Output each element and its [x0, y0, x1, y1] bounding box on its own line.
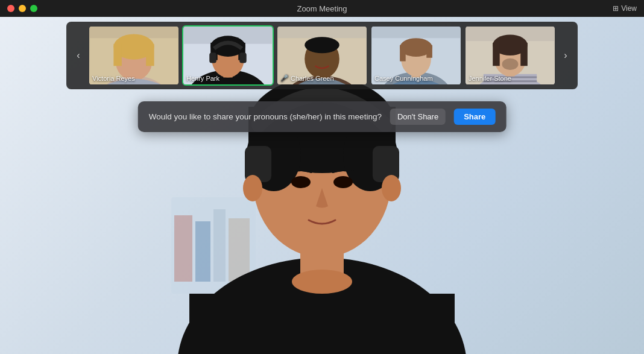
pronoun-question-text: Would you like to share your pronouns (s… [149, 112, 382, 121]
close-button[interactable] [7, 5, 14, 12]
pronoun-banner: Would you like to share your pronouns (s… [138, 101, 507, 132]
svg-point-8 [292, 270, 352, 294]
participant-thumbnail-jennifer[interactable]: Jennifer Stone [464, 25, 556, 86]
svg-rect-2 [195, 221, 210, 282]
participant-name-henry: Henry Park [186, 75, 219, 82]
grid-icon: ⊞ [613, 4, 619, 13]
prev-participant-button[interactable]: ‹ [71, 48, 86, 63]
svg-point-17 [333, 176, 353, 188]
participant-name-victoria: Victoria Reyes [92, 75, 135, 82]
svg-rect-4 [229, 218, 250, 282]
svg-rect-1 [174, 215, 192, 282]
participant-thumbnail-henry[interactable]: Henry Park [182, 25, 274, 86]
right-arrow-icon: › [564, 50, 567, 61]
view-button[interactable]: ⊞ View [613, 4, 637, 13]
thumbnail-strip: ‹ Victoria Reyes [66, 22, 578, 89]
participant-name-jennifer: Jennifer Stone [469, 75, 511, 82]
minimize-button[interactable] [19, 5, 26, 12]
svg-rect-3 [213, 209, 226, 282]
svg-rect-26 [113, 44, 121, 66]
window-controls [7, 5, 37, 12]
svg-point-18 [243, 175, 262, 201]
left-arrow-icon: ‹ [77, 50, 80, 61]
svg-rect-36 [209, 52, 216, 63]
maximize-button[interactable] [30, 5, 37, 12]
next-participant-button[interactable]: › [558, 48, 573, 63]
muted-mic-icon: 🎤 [280, 74, 289, 82]
svg-point-43 [305, 37, 339, 53]
svg-rect-61 [493, 43, 500, 66]
participant-name-casey: Casey Cunningham [374, 75, 433, 82]
participant-thumbnail-victoria[interactable]: Victoria Reyes [88, 25, 180, 86]
participant-thumbnail-casey[interactable]: Casey Cunningham [370, 25, 462, 86]
title-bar: Zoom Meeting ⊞ View [0, 0, 644, 17]
svg-rect-6 [189, 294, 455, 354]
svg-rect-27 [146, 44, 154, 66]
svg-rect-62 [520, 43, 528, 66]
participant-name-charles: 🎤 Charles Green [280, 74, 334, 82]
svg-point-16 [291, 176, 311, 188]
share-button[interactable]: Share [454, 109, 495, 125]
svg-rect-37 [239, 52, 247, 63]
svg-rect-51 [426, 45, 432, 58]
participant-thumbnail-charles[interactable]: 🎤 Charles Green [276, 25, 368, 86]
window-title: Zoom Meeting [297, 4, 347, 13]
svg-rect-50 [400, 45, 406, 62]
svg-point-63 [502, 58, 519, 70]
svg-point-19 [382, 175, 401, 201]
dont-share-button[interactable]: Don't Share [390, 109, 446, 125]
